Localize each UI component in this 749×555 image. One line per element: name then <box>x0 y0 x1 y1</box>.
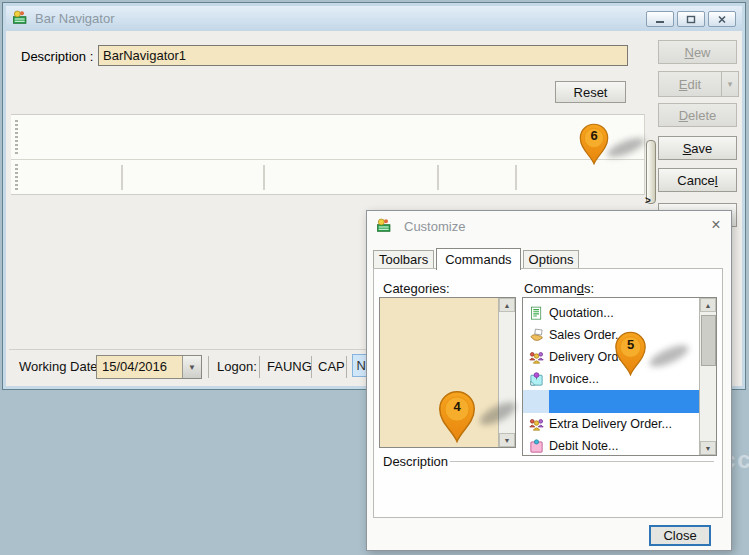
scrollbar-thumb[interactable] <box>701 315 716 366</box>
copy-icon[interactable] <box>55 164 79 190</box>
edit-label: Edit <box>659 77 721 92</box>
commands-scrollbar[interactable]: ▲ ▼ <box>699 298 716 455</box>
marker-number: 6 <box>577 122 611 150</box>
menu-bar-row1 <box>23 117 642 138</box>
note-pink-icon <box>523 438 549 455</box>
description-group-line <box>450 461 714 462</box>
categories-scrollbar[interactable]: ▲ ▼ <box>498 298 515 447</box>
reset-label: Reset <box>574 85 608 100</box>
description-label: Description : <box>21 49 93 64</box>
search-icon[interactable] <box>449 164 473 190</box>
save-button[interactable]: Save <box>658 136 737 160</box>
cancel-record-icon[interactable] <box>403 164 427 190</box>
command-quotation[interactable]: Quotation... <box>523 302 699 324</box>
date-dropdown-icon[interactable]: ▼ <box>182 356 201 378</box>
marker-5: 5 <box>612 330 649 376</box>
window-titlebar[interactable]: Bar Navigator <box>6 6 742 31</box>
pin-note-icon <box>523 371 549 388</box>
cut-icon[interactable] <box>23 164 47 190</box>
people-icon <box>523 416 549 433</box>
customize-dialog: Customize × Toolbars Commands Options Ca… <box>366 210 732 551</box>
scroll-up-icon[interactable]: ▲ <box>700 298 716 312</box>
close-button[interactable] <box>708 11 736 27</box>
commands-label: Commands: <box>524 281 594 296</box>
window-controls <box>646 11 736 27</box>
toolbar-separator <box>437 165 439 190</box>
invoice-toolbar-icon[interactable] <box>591 164 615 190</box>
print-icon[interactable] <box>527 164 551 190</box>
paste-icon[interactable] <box>87 164 111 190</box>
command-label: Extra Delivery Order... <box>549 417 699 431</box>
dialog-close-icon[interactable]: × <box>704 216 728 234</box>
toolbar-separator <box>515 165 517 190</box>
edit-record-icon[interactable] <box>307 164 331 190</box>
dialog-title: Customize <box>404 219 465 234</box>
toolbar-overflow-chevron-icon[interactable]: > <box>645 196 651 206</box>
dialog-close-button[interactable]: Close <box>649 525 711 546</box>
status-separator <box>208 356 209 378</box>
status-cap-indicator: CAP <box>318 359 345 374</box>
maximize-button[interactable] <box>677 11 705 27</box>
marker-4: 4 <box>435 389 479 443</box>
marker-number: 4 <box>435 389 479 424</box>
toolbar <box>11 159 644 194</box>
menu-drag-grip[interactable] <box>15 120 18 156</box>
tab-options[interactable]: Options <box>523 250 580 269</box>
new-button[interactable]: New <box>658 40 737 64</box>
logon-user-value: FAUNG <box>267 359 312 374</box>
command-extra-delivery-order[interactable]: Extra Delivery Order... <box>523 413 699 435</box>
refresh-icon[interactable] <box>481 164 505 190</box>
first-record-icon[interactable] <box>133 164 157 190</box>
command-label: Quotation... <box>549 306 699 320</box>
minimize-button[interactable] <box>646 11 674 27</box>
edit-dropdown-arrow-icon[interactable]: ▾ <box>721 72 738 96</box>
customize-dialog-icon <box>376 218 393 235</box>
command-debit-note[interactable]: Debit Note... <box>523 435 699 455</box>
scroll-up-icon[interactable]: ▲ <box>499 298 515 312</box>
command-label: Debit Note... <box>549 439 699 453</box>
dialog-tabs: Toolbars Commands Options <box>373 250 581 269</box>
tab-commands[interactable]: Commands <box>436 248 520 270</box>
delete-label: Delete <box>679 108 717 123</box>
command-label <box>549 390 699 413</box>
previous-record-icon[interactable] <box>165 164 189 190</box>
last-record-icon[interactable] <box>229 164 253 190</box>
menu-toolbar-area <box>11 114 645 195</box>
reset-button[interactable]: Reset <box>555 81 626 103</box>
commands-tab-page: Categories: Commands: ▲ ▼ Quotation... <box>373 268 723 518</box>
status-separator <box>259 356 260 378</box>
next-record-icon[interactable] <box>197 164 221 190</box>
scroll-down-icon[interactable]: ▼ <box>499 433 515 447</box>
save-label: Save <box>683 141 713 156</box>
menu-bar-row2 <box>23 138 642 159</box>
tab-toolbars[interactable]: Toolbars <box>373 250 434 269</box>
delete-button[interactable]: Delete <box>658 103 737 127</box>
command-invoice[interactable]: Invoice... <box>523 368 699 390</box>
toolbar-drag-grip[interactable] <box>15 164 18 190</box>
logon-label: Logon: <box>217 359 257 374</box>
toolbar-separator <box>121 165 123 190</box>
print-preview-icon[interactable] <box>559 164 583 190</box>
doc-quote-icon <box>523 305 549 322</box>
app-icon <box>12 10 29 27</box>
command-blank-selected[interactable] <box>523 390 699 413</box>
status-separator <box>311 356 312 378</box>
add-record-icon[interactable] <box>275 164 299 190</box>
cancel-button[interactable]: Cancel <box>658 168 737 192</box>
marker-6: 6 <box>577 122 611 165</box>
cancel-label: Cancel <box>677 173 717 188</box>
working-date-label: Working Date: <box>19 359 101 374</box>
working-date-combo[interactable]: 15/04/2016 ▼ <box>96 355 202 379</box>
delete-record-icon[interactable] <box>339 164 363 190</box>
description-group-label: Description <box>383 454 448 469</box>
commands-list: Quotation... Sales Order... Delivery Ord… <box>522 297 717 456</box>
description-input[interactable] <box>98 45 628 66</box>
edit-button[interactable]: Edit ▾ <box>658 71 739 97</box>
save-record-icon[interactable] <box>371 164 395 190</box>
scroll-down-icon[interactable]: ▼ <box>700 441 716 455</box>
window-title: Bar Navigator <box>35 11 114 26</box>
dialog-titlebar[interactable]: Customize × <box>367 211 731 241</box>
working-date-value: 15/04/2016 <box>97 356 182 378</box>
command-sales-order[interactable]: Sales Order... <box>523 324 699 346</box>
categories-label: Categories: <box>383 281 450 296</box>
